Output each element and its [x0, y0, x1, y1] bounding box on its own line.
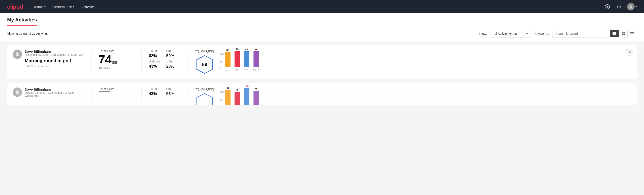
bars-container: 85 OTT 90 APP [225, 53, 259, 71]
bar-arg: 89 ARG [244, 48, 249, 71]
list-compact-icon [612, 32, 616, 35]
round-score-label: Round Score [99, 88, 134, 90]
view-toggle-group [610, 30, 637, 37]
stat-fw-hit: FW Hit 43% [149, 88, 163, 96]
hexagon-chart: 89 [194, 54, 215, 74]
hexagon-chart [194, 92, 215, 105]
card-info: Dave Billingham December 05, 2021 - Gog … [25, 50, 84, 68]
user-avatar-button[interactable]: ▾ [627, 3, 637, 10]
viewing-count-text: Viewing 12 out of 29 Activities [7, 32, 48, 36]
svg-point-15 [16, 52, 18, 54]
stat-1putt: 1 Putt 28% [166, 60, 180, 69]
round-score-section: Round Score [99, 88, 134, 92]
view-list-compact-button[interactable] [610, 30, 619, 37]
divider [91, 88, 92, 100]
shot-quality-section: Avg Shot Quality 89 100 50 0 [194, 50, 631, 74]
activity-title: Morning round of golf [25, 58, 84, 63]
y-axis: 100 50 0 [220, 91, 225, 105]
show-label: Show: [478, 32, 487, 36]
nav-label-activities: Activities [82, 5, 94, 9]
activities-list: Dave Billingham December 05, 2021 - Gog … [0, 41, 644, 112]
bar-chart: 100 50 0 85 OTT [220, 53, 631, 71]
nav-item-teams[interactable]: Teams ▾ [34, 3, 46, 10]
card-info: Dave Billingham October 16, 2021 - Gog M… [25, 88, 84, 99]
bar-ott: 85 OTT [225, 49, 230, 71]
player-meta: December 05, 2021 - Gog Magog Golf Club … [25, 53, 84, 56]
svg-marker-18 [197, 94, 212, 105]
navbar: clippd Teams ▾ Performance ▾ Activities [0, 0, 644, 14]
avatar [13, 88, 22, 97]
activity-type-select[interactable]: All Activity Types [491, 30, 531, 38]
bar-putt: 87 PUTT [253, 88, 259, 105]
activity-card: Dave Billingham December 05, 2021 - Gog … [7, 45, 637, 79]
nav-item-performance[interactable]: Performance ▾ [53, 3, 74, 10]
bar-ott: 94 OTT [225, 87, 230, 105]
bar-app: 90 APP [234, 48, 240, 71]
nav-label-performance: Performance [53, 5, 72, 9]
svg-rect-11 [630, 32, 634, 32]
edit-button[interactable] [626, 49, 633, 56]
grid-icon [622, 32, 625, 35]
divider [187, 50, 188, 74]
hexagon-svg [194, 92, 215, 105]
refresh-icon [617, 4, 621, 9]
svg-rect-7 [622, 32, 623, 34]
svg-rect-4 [612, 32, 616, 33]
svg-rect-9 [622, 34, 623, 35]
svg-rect-8 [624, 32, 625, 34]
chevron-down-icon: ▾ [44, 5, 46, 8]
activity-card: Dave Billingham October 16, 2021 - Gog M… [7, 83, 637, 105]
svg-rect-14 [630, 35, 634, 35]
refresh-button[interactable] [616, 3, 622, 10]
player-name: Dave Billingham [25, 50, 84, 53]
keywords-label: Keywords: [534, 32, 549, 36]
card-left: Dave Billingham October 16, 2021 - Gog M… [13, 88, 84, 99]
chevron-down-icon: ▾ [73, 5, 74, 8]
svg-rect-10 [624, 34, 625, 35]
bar-chart: 100 50 0 94 OTT 82 [220, 91, 631, 105]
list-expanded-icon [630, 32, 634, 35]
player-name: Dave Billingham [25, 88, 84, 91]
divider [142, 50, 142, 74]
view-grid-button[interactable] [619, 30, 628, 37]
divider [187, 88, 188, 100]
svg-rect-12 [630, 33, 634, 34]
score-value: 74 [99, 54, 112, 65]
stats-grid: FW Hit 62% GIR 50% Up/Down 43% 1 Putt 28… [149, 50, 180, 69]
bar-putt: 89 PUTT [253, 48, 259, 71]
bars-container: 94 OTT 82 APP [225, 91, 259, 105]
divider [91, 50, 92, 74]
pencil-icon [628, 51, 631, 54]
keyword-search-input[interactable] [552, 30, 606, 38]
chevron-down-icon: ▾ [636, 5, 637, 8]
svg-point-17 [16, 90, 18, 92]
view-list-expanded-button[interactable] [628, 30, 637, 37]
page-title: My Activities [7, 17, 37, 26]
logo: clippd [7, 3, 23, 10]
hex-value: 89 [202, 62, 207, 68]
score-placeholder [99, 92, 110, 92]
stat-gir: GIR 50% [166, 50, 180, 58]
card-left: Dave Billingham December 05, 2021 - Gog … [13, 50, 84, 68]
player-meta: October 16, 2021 - Gog Magog Golf Club -… [25, 91, 84, 98]
data-source: Data Source: Arccos [25, 65, 84, 68]
filter-bar: Viewing 12 out of 29 Activities Show: Al… [0, 26, 644, 41]
shot-quality-section: Avg Shot Quality 100 50 0 94 [194, 88, 631, 105]
avatar [13, 50, 22, 59]
stat-gir: GIR 56% [166, 88, 180, 96]
avg-shot-quality-label: Avg Shot Quality [194, 88, 215, 90]
divider [142, 88, 142, 100]
bar-arg: 106 ARG [244, 85, 249, 105]
add-circle-icon [605, 4, 610, 9]
nav-item-activities[interactable]: Activities [82, 3, 94, 10]
avg-shot-quality-label: Avg Shot Quality [194, 50, 215, 53]
svg-rect-6 [612, 34, 616, 35]
stat-updown: Up/Down 43% [149, 60, 163, 69]
nav-label-teams: Teams [34, 5, 44, 9]
page-header: My Activities [0, 14, 644, 26]
svg-rect-13 [630, 34, 634, 34]
add-button[interactable] [604, 3, 611, 10]
stats-grid: FW Hit 43% GIR 56% [149, 88, 180, 96]
y-axis: 100 50 0 [220, 53, 225, 71]
round-score-label: Round Score [99, 50, 134, 53]
